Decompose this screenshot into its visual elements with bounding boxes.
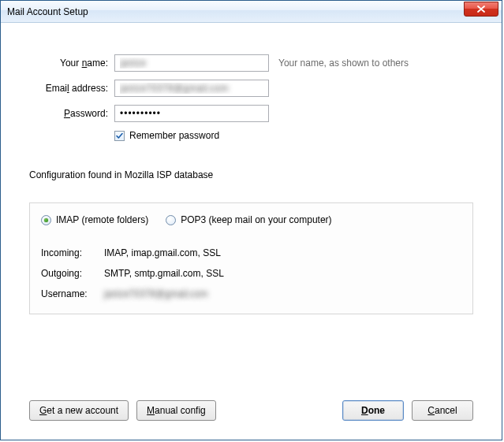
cancel-button[interactable]: Cancel — [412, 400, 473, 421]
config-panel: IMAP (remote folders) POP3 (keep mail on… — [29, 202, 473, 314]
close-icon — [477, 6, 485, 13]
value-incoming: IMAP, imap.gmail.com, SSL — [104, 247, 461, 258]
radio-icon — [41, 215, 51, 225]
checkbox-box — [114, 131, 125, 141]
email-input[interactable] — [114, 80, 269, 97]
label-outgoing: Outgoing: — [41, 268, 104, 279]
protocol-radio-group: IMAP (remote folders) POP3 (keep mail on… — [41, 214, 461, 225]
dialog-content: Your name: Your name, as shown to others… — [1, 23, 502, 330]
password-input[interactable] — [114, 105, 269, 122]
value-username: janice70378@gmail.com — [104, 288, 461, 299]
checkmark-icon — [115, 132, 124, 140]
row-email: Email address: — [29, 80, 473, 97]
label-incoming: Incoming: — [41, 247, 104, 258]
your-name-hint: Your name, as shown to others — [278, 58, 409, 69]
radio-pop3[interactable]: POP3 (keep mail on your computer) — [166, 214, 331, 225]
titlebar: Mail Account Setup — [1, 1, 502, 23]
done-button[interactable]: Done — [342, 400, 404, 421]
button-row: Get a new account Manual config Done Can… — [29, 400, 473, 421]
mail-account-setup-window: Mail Account Setup Your name: Your name,… — [0, 0, 502, 440]
label-password: Password: — [29, 108, 114, 119]
remember-password-checkbox[interactable]: Remember password — [114, 130, 473, 141]
label-your-name: Your name: — [29, 58, 114, 69]
radio-imap[interactable]: IMAP (remote folders) — [41, 214, 148, 225]
row-password: Password: — [29, 105, 473, 122]
label-email: Email address: — [29, 83, 114, 94]
radio-pop3-label: POP3 (keep mail on your computer) — [181, 214, 331, 225]
your-name-input[interactable] — [114, 54, 269, 72]
row-your-name: Your name: Your name, as shown to others — [29, 54, 473, 72]
label-username: Username: — [41, 288, 104, 299]
window-close-button[interactable] — [464, 2, 498, 17]
manual-config-button[interactable]: Manual config — [136, 400, 216, 421]
radio-icon — [166, 215, 176, 225]
value-outgoing: SMTP, smtp.gmail.com, SSL — [104, 268, 461, 279]
get-new-account-button[interactable]: Get a new account — [29, 400, 129, 421]
window-title: Mail Account Setup — [7, 6, 464, 17]
status-message: Configuration found in Mozilla ISP datab… — [29, 169, 473, 180]
remember-password-label: Remember password — [129, 130, 219, 141]
radio-imap-label: IMAP (remote folders) — [56, 214, 148, 225]
